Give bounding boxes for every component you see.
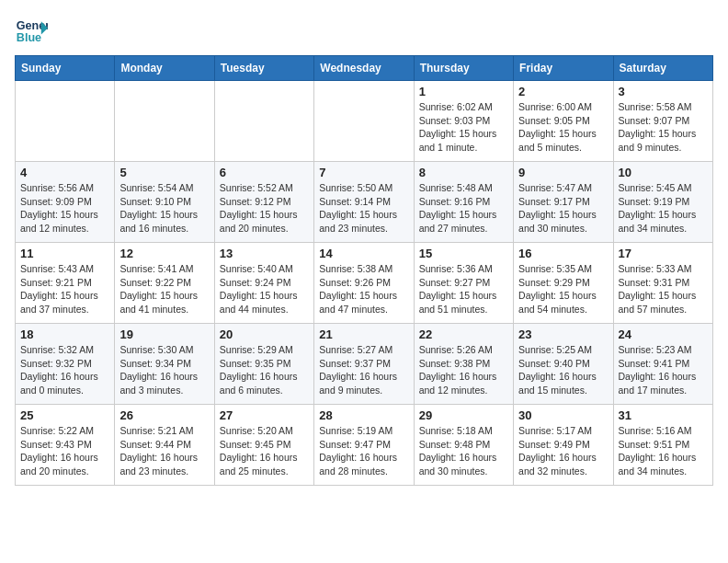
day-number: 24 (619, 327, 708, 341)
day-info: Sunrise: 6:00 AM Sunset: 9:05 PM Dayligh… (518, 100, 608, 155)
day-number: 18 (20, 327, 109, 341)
day-number: 22 (419, 327, 508, 341)
day-info: Sunrise: 5:38 AM Sunset: 9:26 PM Dayligh… (319, 262, 408, 316)
week-row-3: 11Sunrise: 5:43 AM Sunset: 9:21 PM Dayli… (16, 243, 713, 324)
week-row-1: 1Sunrise: 6:02 AM Sunset: 9:03 PM Daylig… (16, 81, 713, 162)
day-info: Sunrise: 5:18 AM Sunset: 9:48 PM Dayligh… (419, 424, 508, 478)
day-info: Sunrise: 5:33 AM Sunset: 9:31 PM Dayligh… (619, 262, 708, 316)
day-info: Sunrise: 5:43 AM Sunset: 9:21 PM Dayligh… (20, 262, 109, 316)
day-info: Sunrise: 5:22 AM Sunset: 9:43 PM Dayligh… (20, 424, 109, 478)
day-info: Sunrise: 5:17 AM Sunset: 9:49 PM Dayligh… (518, 424, 608, 478)
week-row-5: 25Sunrise: 5:22 AM Sunset: 9:43 PM Dayli… (16, 405, 713, 486)
calendar-cell: 20Sunrise: 5:29 AM Sunset: 9:35 PM Dayli… (214, 324, 313, 405)
week-row-4: 18Sunrise: 5:32 AM Sunset: 9:32 PM Dayli… (16, 324, 713, 405)
day-number: 21 (319, 327, 408, 341)
day-info: Sunrise: 5:30 AM Sunset: 9:34 PM Dayligh… (119, 343, 209, 397)
calendar-cell: 31Sunrise: 5:16 AM Sunset: 9:51 PM Dayli… (613, 405, 712, 486)
day-number: 12 (119, 247, 209, 260)
weekday-header-row: SundayMondayTuesdayWednesdayThursdayFrid… (16, 56, 713, 81)
calendar-cell: 24Sunrise: 5:23 AM Sunset: 9:41 PM Dayli… (613, 324, 712, 405)
day-info: Sunrise: 5:54 AM Sunset: 9:10 PM Dayligh… (119, 181, 209, 236)
day-info: Sunrise: 5:35 AM Sunset: 9:29 PM Dayligh… (518, 262, 608, 316)
weekday-header-thursday: Thursday (414, 56, 513, 81)
day-info: Sunrise: 5:32 AM Sunset: 9:32 PM Dayligh… (20, 343, 109, 397)
day-number: 26 (119, 408, 209, 422)
day-number: 23 (518, 327, 608, 341)
calendar-cell: 17Sunrise: 5:33 AM Sunset: 9:31 PM Dayli… (613, 243, 712, 324)
calendar-table: SundayMondayTuesdayWednesdayThursdayFrid… (15, 55, 713, 486)
day-number: 2 (518, 85, 608, 98)
day-info: Sunrise: 5:40 AM Sunset: 9:24 PM Dayligh… (220, 262, 309, 316)
calendar-cell (314, 81, 414, 162)
day-number: 28 (319, 408, 408, 422)
calendar-cell: 9Sunrise: 5:47 AM Sunset: 9:17 PM Daylig… (514, 162, 613, 243)
weekday-header-tuesday: Tuesday (214, 56, 313, 81)
calendar-cell: 1Sunrise: 6:02 AM Sunset: 9:03 PM Daylig… (414, 81, 513, 162)
day-info: Sunrise: 5:50 AM Sunset: 9:14 PM Dayligh… (319, 181, 408, 236)
calendar-cell: 18Sunrise: 5:32 AM Sunset: 9:32 PM Dayli… (16, 324, 115, 405)
day-number: 3 (619, 85, 708, 98)
day-number: 15 (419, 247, 508, 260)
calendar-cell: 25Sunrise: 5:22 AM Sunset: 9:43 PM Dayli… (16, 405, 115, 486)
calendar-cell: 10Sunrise: 5:45 AM Sunset: 9:19 PM Dayli… (613, 162, 712, 243)
logo-icon: General Blue (15, 15, 48, 48)
calendar-cell: 14Sunrise: 5:38 AM Sunset: 9:26 PM Dayli… (314, 243, 414, 324)
day-number: 30 (518, 408, 608, 422)
calendar-cell: 4Sunrise: 5:56 AM Sunset: 9:09 PM Daylig… (16, 162, 115, 243)
calendar-cell: 23Sunrise: 5:25 AM Sunset: 9:40 PM Dayli… (514, 324, 613, 405)
day-info: Sunrise: 5:58 AM Sunset: 9:07 PM Dayligh… (619, 100, 708, 155)
day-number: 16 (518, 247, 608, 260)
calendar-cell: 19Sunrise: 5:30 AM Sunset: 9:34 PM Dayli… (115, 324, 214, 405)
day-number: 1 (419, 85, 508, 98)
calendar-cell: 2Sunrise: 6:00 AM Sunset: 9:05 PM Daylig… (514, 81, 613, 162)
day-number: 8 (419, 166, 508, 179)
day-number: 29 (419, 408, 508, 422)
calendar-cell (115, 81, 214, 162)
day-number: 9 (518, 166, 608, 179)
day-info: Sunrise: 5:29 AM Sunset: 9:35 PM Dayligh… (220, 343, 309, 397)
weekday-header-monday: Monday (115, 56, 214, 81)
day-number: 20 (220, 327, 309, 341)
calendar-cell (214, 81, 313, 162)
day-number: 27 (220, 408, 309, 422)
day-number: 4 (20, 166, 109, 179)
calendar-cell: 16Sunrise: 5:35 AM Sunset: 9:29 PM Dayli… (514, 243, 613, 324)
calendar-cell: 21Sunrise: 5:27 AM Sunset: 9:37 PM Dayli… (314, 324, 414, 405)
day-info: Sunrise: 5:56 AM Sunset: 9:09 PM Dayligh… (20, 181, 109, 236)
calendar-cell: 29Sunrise: 5:18 AM Sunset: 9:48 PM Dayli… (414, 405, 513, 486)
day-number: 5 (119, 166, 209, 179)
weekday-header-sunday: Sunday (16, 56, 115, 81)
calendar-cell: 6Sunrise: 5:52 AM Sunset: 9:12 PM Daylig… (214, 162, 313, 243)
day-number: 25 (20, 408, 109, 422)
calendar-cell: 22Sunrise: 5:26 AM Sunset: 9:38 PM Dayli… (414, 324, 513, 405)
calendar-cell (16, 81, 115, 162)
page-header: General Blue (15, 15, 713, 48)
day-number: 31 (619, 408, 708, 422)
day-info: Sunrise: 5:26 AM Sunset: 9:38 PM Dayligh… (419, 343, 508, 397)
calendar-cell: 7Sunrise: 5:50 AM Sunset: 9:14 PM Daylig… (314, 162, 414, 243)
day-number: 6 (220, 166, 309, 179)
day-number: 7 (319, 166, 408, 179)
calendar-cell: 15Sunrise: 5:36 AM Sunset: 9:27 PM Dayli… (414, 243, 513, 324)
calendar-cell: 13Sunrise: 5:40 AM Sunset: 9:24 PM Dayli… (214, 243, 313, 324)
logo: General Blue (15, 15, 48, 48)
svg-text:Blue: Blue (17, 31, 41, 44)
week-row-2: 4Sunrise: 5:56 AM Sunset: 9:09 PM Daylig… (16, 162, 713, 243)
calendar-cell: 11Sunrise: 5:43 AM Sunset: 9:21 PM Dayli… (16, 243, 115, 324)
day-number: 19 (119, 327, 209, 341)
day-number: 17 (619, 247, 708, 260)
day-info: Sunrise: 5:27 AM Sunset: 9:37 PM Dayligh… (319, 343, 408, 397)
day-info: Sunrise: 5:23 AM Sunset: 9:41 PM Dayligh… (619, 343, 708, 397)
day-info: Sunrise: 5:21 AM Sunset: 9:44 PM Dayligh… (119, 424, 209, 478)
calendar-cell: 26Sunrise: 5:21 AM Sunset: 9:44 PM Dayli… (115, 405, 214, 486)
calendar-cell: 5Sunrise: 5:54 AM Sunset: 9:10 PM Daylig… (115, 162, 214, 243)
day-info: Sunrise: 5:52 AM Sunset: 9:12 PM Dayligh… (220, 181, 309, 236)
day-info: Sunrise: 5:16 AM Sunset: 9:51 PM Dayligh… (619, 424, 708, 478)
day-info: Sunrise: 6:02 AM Sunset: 9:03 PM Dayligh… (419, 100, 508, 155)
day-info: Sunrise: 5:19 AM Sunset: 9:47 PM Dayligh… (319, 424, 408, 478)
day-info: Sunrise: 5:48 AM Sunset: 9:16 PM Dayligh… (419, 181, 508, 236)
day-number: 13 (220, 247, 309, 260)
calendar-cell: 27Sunrise: 5:20 AM Sunset: 9:45 PM Dayli… (214, 405, 313, 486)
calendar-cell: 3Sunrise: 5:58 AM Sunset: 9:07 PM Daylig… (613, 81, 712, 162)
weekday-header-friday: Friday (514, 56, 613, 81)
